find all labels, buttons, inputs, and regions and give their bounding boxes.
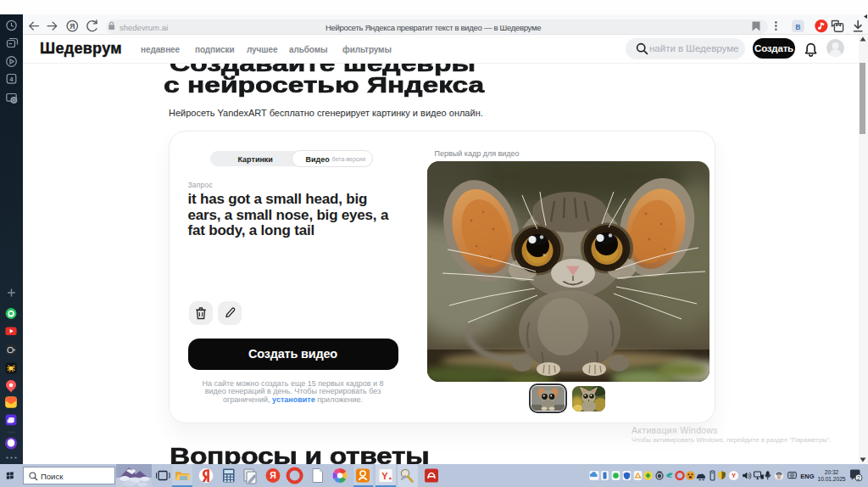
svg-text:Y: Y — [381, 471, 388, 481]
svg-text:2: 2 — [857, 475, 860, 481]
svg-text:в: в — [795, 22, 800, 31]
svg-text:Я: Я — [270, 470, 276, 480]
svg-text:Y: Y — [732, 472, 736, 479]
svg-text:ENG: ENG — [800, 473, 814, 480]
svg-text:4: 4 — [9, 76, 14, 83]
svg-text:Я: Я — [70, 22, 75, 31]
